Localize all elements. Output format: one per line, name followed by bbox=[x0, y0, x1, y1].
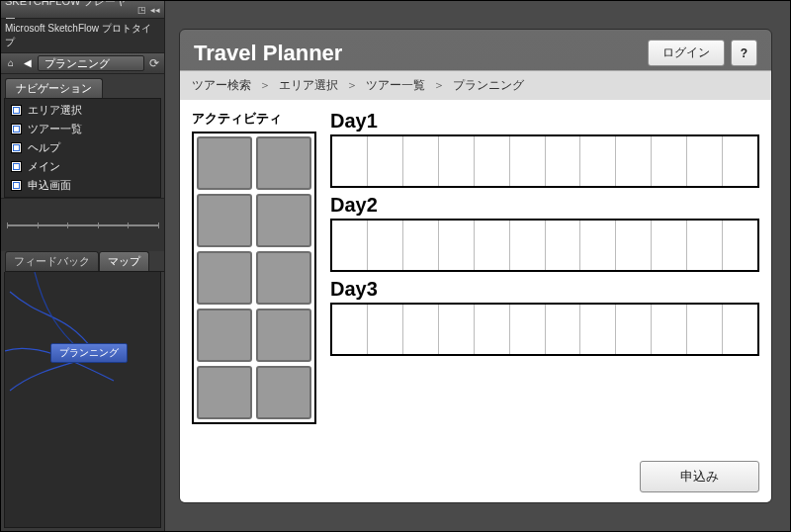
time-slot[interactable] bbox=[687, 221, 723, 270]
time-slot[interactable] bbox=[475, 221, 510, 270]
time-slot[interactable] bbox=[475, 305, 510, 354]
nav-item[interactable]: 申込画面 bbox=[5, 176, 160, 195]
day-title: Day2 bbox=[330, 194, 759, 217]
player-breadcrumb-row: ⌂ ◀ プランニング ⟳ bbox=[1, 53, 164, 74]
time-slot[interactable] bbox=[580, 305, 616, 354]
lower-tab-row: フィードバック マップ bbox=[5, 251, 164, 272]
day-strip[interactable] bbox=[330, 303, 759, 356]
collapse-icon[interactable]: ◂◂ bbox=[150, 5, 160, 15]
time-slot[interactable] bbox=[439, 305, 475, 354]
breadcrumb-item[interactable]: エリア選択 bbox=[279, 77, 338, 94]
screen-icon bbox=[11, 180, 22, 191]
time-slot[interactable] bbox=[332, 221, 368, 270]
prototype-subtitle: Microsoft SketchFlow プロトタイプ bbox=[1, 19, 164, 53]
day-block: Day2 bbox=[330, 194, 759, 272]
activity-tile[interactable] bbox=[197, 366, 252, 419]
app-header: Travel Planner ログイン ? bbox=[180, 30, 771, 70]
time-slot[interactable] bbox=[652, 305, 687, 354]
time-slot[interactable] bbox=[546, 305, 581, 354]
home-icon[interactable]: ⌂ bbox=[4, 56, 18, 70]
breadcrumb-item[interactable]: ツアー一覧 bbox=[366, 77, 425, 94]
nav-item-label: ヘルプ bbox=[28, 140, 60, 155]
breadcrumb-item[interactable]: プランニング bbox=[453, 77, 524, 94]
chevron-right-icon: ＞ bbox=[433, 77, 445, 94]
time-slot[interactable] bbox=[332, 136, 368, 186]
activity-tile[interactable] bbox=[197, 136, 252, 190]
popout-icon[interactable]: ◳ bbox=[136, 5, 146, 15]
sketchflow-player-panel: SKETCHFLOW プレーヤー ◳ ◂◂ Microsoft SketchFl… bbox=[1, 1, 165, 531]
speaker-icon[interactable]: ◀ bbox=[21, 56, 35, 70]
activity-tile[interactable] bbox=[197, 194, 252, 247]
time-slot[interactable] bbox=[368, 221, 403, 270]
player-title-bar: SKETCHFLOW プレーヤー ◳ ◂◂ bbox=[1, 1, 164, 19]
feedback-tab[interactable]: フィードバック bbox=[5, 251, 99, 271]
time-slot[interactable] bbox=[546, 221, 581, 270]
time-slot[interactable] bbox=[616, 305, 652, 354]
navigation-tab[interactable]: ナビゲーション bbox=[5, 78, 103, 98]
chevron-right-icon: ＞ bbox=[346, 77, 358, 94]
activity-tile[interactable] bbox=[256, 309, 311, 362]
screen-icon bbox=[11, 105, 22, 116]
activity-tile[interactable] bbox=[197, 251, 252, 305]
day-strip[interactable] bbox=[330, 219, 759, 272]
app-body: アクティビティ Day1Day2Day3 申込み bbox=[180, 100, 771, 502]
time-slot[interactable] bbox=[368, 136, 403, 186]
nav-item[interactable]: ヘルプ bbox=[5, 138, 160, 157]
time-slot[interactable] bbox=[652, 136, 687, 186]
nav-item-label: ツアー一覧 bbox=[28, 122, 82, 136]
nav-item-label: メイン bbox=[28, 159, 60, 174]
activities-panel: アクティビティ bbox=[192, 110, 316, 453]
day-strip[interactable] bbox=[330, 134, 759, 188]
time-slot[interactable] bbox=[403, 221, 439, 270]
apply-button[interactable]: 申込み bbox=[640, 461, 759, 492]
time-slot[interactable] bbox=[510, 305, 546, 354]
time-slot[interactable] bbox=[332, 305, 368, 354]
activities-grid bbox=[192, 132, 316, 424]
activity-tile[interactable] bbox=[197, 309, 252, 362]
time-slot[interactable] bbox=[687, 136, 723, 186]
time-slot[interactable] bbox=[439, 136, 475, 186]
breadcrumb-item[interactable]: ツアー検索 bbox=[192, 77, 251, 94]
time-slot[interactable] bbox=[723, 136, 757, 186]
help-button[interactable]: ? bbox=[731, 40, 757, 66]
time-slot[interactable] bbox=[652, 221, 687, 270]
time-slot[interactable] bbox=[616, 136, 652, 186]
app-title: Travel Planner bbox=[194, 41, 342, 66]
time-slot[interactable] bbox=[687, 305, 723, 354]
time-slot[interactable] bbox=[723, 305, 757, 354]
map-tab[interactable]: マップ bbox=[99, 251, 149, 271]
nav-item-label: 申込画面 bbox=[28, 178, 71, 193]
activity-tile[interactable] bbox=[256, 251, 311, 305]
map-area[interactable]: プランニング bbox=[4, 272, 161, 528]
nav-item[interactable]: ツアー一覧 bbox=[5, 120, 160, 138]
time-slot[interactable] bbox=[546, 136, 581, 186]
time-slot[interactable] bbox=[510, 221, 546, 270]
nav-item-label: エリア選択 bbox=[28, 103, 82, 118]
current-screen-chip[interactable]: プランニング bbox=[38, 55, 144, 71]
app-breadcrumb: ツアー検索＞エリア選択＞ツアー一覧＞プランニング bbox=[180, 70, 771, 100]
travel-planner-card: Travel Planner ログイン ? ツアー検索＞エリア選択＞ツアー一覧＞… bbox=[179, 29, 772, 503]
screen-icon bbox=[11, 124, 22, 134]
day-title: Day1 bbox=[330, 110, 759, 133]
activity-tile[interactable] bbox=[256, 366, 311, 419]
time-slot[interactable] bbox=[439, 221, 475, 270]
time-slot[interactable] bbox=[368, 305, 403, 354]
map-node-planning[interactable]: プランニング bbox=[50, 343, 128, 363]
time-slot[interactable] bbox=[580, 136, 616, 186]
time-slot[interactable] bbox=[723, 221, 757, 270]
navigation-list: エリア選択ツアー一覧ヘルプメイン申込画面 bbox=[4, 98, 161, 198]
nav-item[interactable]: メイン bbox=[5, 157, 160, 176]
login-button[interactable]: ログイン bbox=[648, 40, 725, 66]
time-slot[interactable] bbox=[403, 305, 439, 354]
day-block: Day1 bbox=[330, 110, 759, 188]
activity-tile[interactable] bbox=[256, 136, 311, 190]
time-slot[interactable] bbox=[580, 221, 616, 270]
time-slot[interactable] bbox=[403, 136, 439, 186]
refresh-icon[interactable]: ⟳ bbox=[147, 56, 161, 70]
time-slot[interactable] bbox=[475, 136, 510, 186]
screen-icon bbox=[11, 161, 22, 172]
time-slot[interactable] bbox=[616, 221, 652, 270]
nav-item[interactable]: エリア選択 bbox=[5, 101, 160, 120]
time-slot[interactable] bbox=[510, 136, 546, 186]
activity-tile[interactable] bbox=[256, 194, 311, 247]
